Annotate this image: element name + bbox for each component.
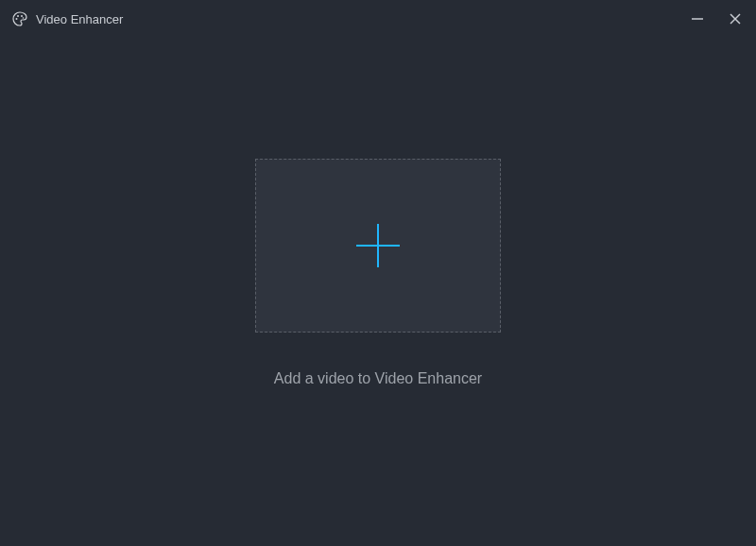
svg-point-0 [16, 18, 18, 20]
svg-point-2 [21, 15, 23, 17]
palette-icon [11, 10, 28, 27]
svg-point-3 [23, 17, 25, 19]
window-controls [688, 9, 745, 28]
app-title: Video Enhancer [36, 12, 123, 26]
minimize-button[interactable] [688, 9, 707, 28]
main-content: Add a video to Video Enhancer [0, 38, 756, 546]
instruction-text: Add a video to Video Enhancer [274, 370, 482, 387]
titlebar: Video Enhancer [0, 0, 756, 38]
add-video-dropzone[interactable] [255, 159, 501, 333]
close-button[interactable] [726, 9, 745, 28]
plus-icon [352, 220, 404, 271]
svg-point-1 [17, 15, 19, 17]
titlebar-left: Video Enhancer [11, 10, 123, 27]
